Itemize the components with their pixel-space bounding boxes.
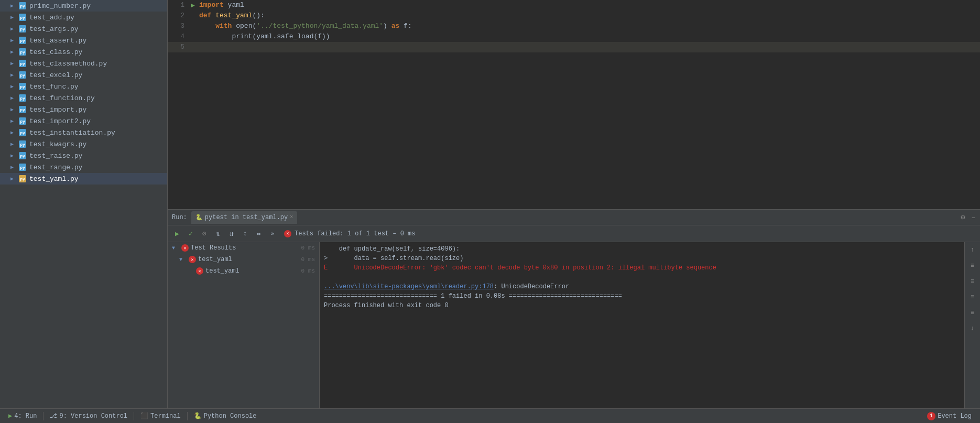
fail-icon: ✕ [284, 230, 291, 237]
sidebar-item-test_func[interactable]: ▶ py test_func.py [0, 81, 167, 92]
results-panel[interactable]: ▼ ✕ Test Results 0 ms ▼ ✕ test_yaml 0 ms [168, 242, 320, 408]
status-vc[interactable]: ⎇ 9: Version Control [46, 411, 132, 421]
bottom-panel: Run: 🐍 pytest in test_yaml.py × ⚙ – ▶ ✓ … [168, 209, 980, 408]
sort-desc-button[interactable]: ⇵ [225, 227, 238, 240]
run-icon: ▶ [8, 412, 12, 420]
file-icon: py [18, 129, 27, 136]
strip-btn-3[interactable]: ≡ [967, 276, 978, 287]
output-panel[interactable]: def update_raw(self, size=4096): > data … [320, 242, 964, 408]
code-line-4: 4 print(yaml.safe_load(f)) [168, 31, 980, 42]
code-line-3: 3 with open('../test_python/yaml_data.ya… [168, 21, 980, 31]
strip-btn-4[interactable]: ≡ [967, 291, 978, 303]
file-icon: py [18, 94, 27, 102]
code-editor[interactable]: 1 ▶ import yaml 2 def test_yaml(): 3 wit… [168, 0, 980, 209]
line-number: 4 [168, 31, 189, 42]
collapse-button[interactable]: ⇔ [253, 227, 265, 240]
result-label: test_yaml [198, 256, 299, 263]
run-label: Run: [172, 214, 187, 221]
scroll-down-button[interactable]: ↓ [967, 323, 978, 334]
run-content: ▼ ✕ Test Results 0 ms ▼ ✕ test_yaml 0 ms [168, 242, 980, 408]
sidebar-item-test_args[interactable]: ▶ py test_args.py [0, 23, 167, 35]
status-bar: ▶ 4: Run ⎇ 9: Version Control ⬛ Terminal… [0, 408, 980, 423]
result-label: Test Results [191, 244, 299, 252]
status-right: 1 Event Log [923, 411, 976, 421]
status-run[interactable]: ▶ 4: Run [4, 411, 41, 421]
expand-button[interactable]: ↕ [239, 227, 252, 240]
terminal-label: Terminal [150, 413, 181, 420]
expand-arrow: ▼ [179, 257, 187, 263]
file-icon: py [18, 2, 27, 9]
file-icon: py [18, 175, 27, 182]
checkmark-button[interactable]: ✓ [184, 227, 197, 240]
result-time: 0 ms [301, 245, 315, 251]
sidebar-item-test_import[interactable]: ▶ py test_import.py [0, 104, 167, 115]
sidebar-item-test_instantiation[interactable]: ▶ py test_instantiation.py [0, 127, 167, 138]
scroll-up-button[interactable]: ↑ [967, 244, 978, 256]
run-status-label: 4: Run [14, 413, 37, 420]
code-content: with open('../test_python/yaml_data.yaml… [197, 21, 980, 31]
arrow-icon: ▶ [10, 95, 18, 101]
file-name: test_import.py [29, 106, 86, 114]
sidebar-item-test_classmethod[interactable]: ▶ py test_classmethod.py [0, 58, 167, 69]
run-marker-empty [189, 21, 197, 31]
sidebar-item-test_kwagrs[interactable]: ▶ py test_kwagrs.py [0, 138, 167, 150]
run-tab-name: pytest in test_yaml.py [205, 214, 288, 221]
file-name: test_yaml.py [29, 175, 79, 183]
sidebar-item-test_yaml[interactable]: ▶ py test_yaml.py [0, 173, 167, 185]
sidebar-item-test_assert[interactable]: ▶ py test_assert.py [0, 35, 167, 46]
sidebar-item-test_import2[interactable]: ▶ py test_import2.py [0, 115, 167, 127]
arrow-icon: ▶ [10, 153, 18, 159]
line-number: 2 [168, 10, 189, 21]
arrow-icon: ▶ [10, 60, 18, 67]
code-line-2: 2 def test_yaml(): [168, 10, 980, 21]
strip-btn-2[interactable]: ≡ [967, 260, 978, 272]
sidebar-item-prime_number[interactable]: ▶ py prime_number.py [0, 0, 167, 12]
sidebar-item-test_add[interactable]: ▶ py test_add.py [0, 12, 167, 23]
code-content: print(yaml.safe_load(f)) [197, 31, 980, 42]
sidebar-item-test_range[interactable]: ▶ py test_range.py [0, 161, 167, 173]
file-name: test_instantiation.py [29, 129, 115, 137]
output-line-3: E UnicodeDecodeError: 'gbk' codec can't … [324, 263, 960, 273]
result-item-test-results[interactable]: ▼ ✕ Test Results 0 ms [168, 242, 319, 254]
run-toolbar: ▶ ✓ ⊘ ⇅ ⇵ ↕ ⇔ » ✕ Tests failed: 1 of 1 t… [168, 225, 980, 242]
status-python-console[interactable]: 🐍 Python Console [190, 411, 261, 421]
run-tab[interactable]: 🐍 pytest in test_yaml.py × [191, 211, 297, 224]
line-number: 5 [168, 42, 189, 52]
file-icon: py [18, 152, 27, 159]
strip-btn-5[interactable]: ≡ [967, 307, 978, 319]
run-marker: ▶ [189, 0, 197, 10]
status-event-log[interactable]: 1 Event Log [923, 411, 976, 421]
file-name: test_class.py [29, 48, 82, 56]
result-item-test-yaml-parent[interactable]: ▼ ✕ test_yaml 0 ms [168, 254, 319, 265]
sidebar-item-test_excel[interactable]: ▶ py test_excel.py [0, 69, 167, 81]
result-fail-icon: ✕ [196, 267, 203, 275]
arrow-icon: ▶ [10, 141, 18, 147]
error-link[interactable]: ...\venv\lib\site-packages\yaml\reader.p… [324, 283, 494, 290]
test-status-text: Tests failed: 1 of 1 test – 0 ms [295, 230, 415, 237]
result-item-test-yaml-child[interactable]: ▶ ✕ test_yaml 0 ms [168, 265, 319, 277]
code-content [197, 42, 980, 52]
run-marker-empty [189, 31, 197, 42]
status-divider [43, 412, 43, 420]
minimize-button[interactable]: – [972, 213, 976, 222]
next-button[interactable]: » [266, 227, 279, 240]
sidebar-item-test_raise[interactable]: ▶ py test_raise.py [0, 150, 167, 161]
run-button[interactable]: ▶ [171, 227, 183, 240]
close-tab-button[interactable]: × [290, 214, 293, 220]
settings-button[interactable]: ⚙ [961, 213, 965, 222]
file-icon: py [18, 48, 27, 56]
sidebar-item-test_class[interactable]: ▶ py test_class.py [0, 46, 167, 58]
terminal-icon: ⬛ [140, 412, 148, 420]
sidebar-item-test_function[interactable]: ▶ py test_function.py [0, 92, 167, 104]
sort-asc-button[interactable]: ⇅ [212, 227, 224, 240]
status-terminal[interactable]: ⬛ Terminal [136, 411, 185, 421]
arrow-icon: ▶ [10, 106, 18, 113]
vc-label: 9: Version Control [59, 413, 127, 420]
stop-button[interactable]: ⊘ [198, 227, 211, 240]
output-line-1: def update_raw(self, size=4096): [324, 244, 960, 254]
file-name: test_import2.py [29, 117, 91, 125]
file-icon: py [18, 37, 27, 44]
file-icon: py [18, 71, 27, 79]
file-tree[interactable]: ▶ py prime_number.py ▶ py test_add.py ▶ … [0, 0, 168, 408]
file-icon: py [18, 106, 27, 113]
